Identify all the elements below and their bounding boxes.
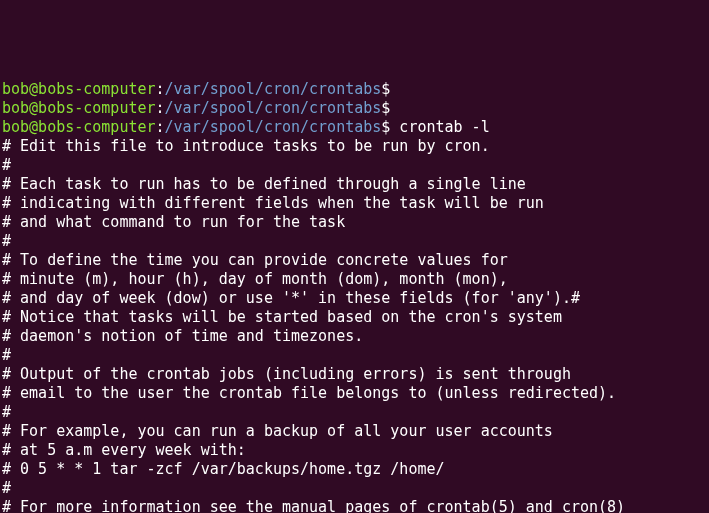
terminal-line: # email to the user the crontab file bel… <box>2 384 707 403</box>
prompt-dollar: $ <box>381 118 390 136</box>
terminal-line: # Notice that tasks will be started base… <box>2 308 707 327</box>
output-text: # daemon's notion of time and timezones. <box>2 327 363 345</box>
output-text: # indicating with different fields when … <box>2 194 544 212</box>
terminal-line: bob@bobs-computer:/var/spool/cron/cronta… <box>2 118 707 137</box>
prompt-dollar: $ <box>381 80 390 98</box>
output-text: # <box>2 479 11 497</box>
terminal-line: # <box>2 346 707 365</box>
prompt-dollar: $ <box>381 99 390 117</box>
output-text: # For example, you can run a backup of a… <box>2 422 553 440</box>
terminal-line: # 0 5 * * 1 tar -zcf /var/backups/home.t… <box>2 460 707 479</box>
output-text: # <box>2 346 11 364</box>
terminal-line: # and day of week (dow) or use '*' in th… <box>2 289 707 308</box>
terminal-line: # <box>2 232 707 251</box>
output-text: # <box>2 232 11 250</box>
terminal-line: bob@bobs-computer:/var/spool/cron/cronta… <box>2 80 707 99</box>
terminal-line: # indicating with different fields when … <box>2 194 707 213</box>
terminal-line: # <box>2 403 707 422</box>
output-text: # Each task to run has to be defined thr… <box>2 175 526 193</box>
output-text: # Output of the crontab jobs (including … <box>2 365 571 383</box>
output-text: # For more information see the manual pa… <box>2 498 625 513</box>
prompt-path: /var/spool/cron/crontabs <box>165 80 382 98</box>
output-text: # at 5 a.m every week with: <box>2 441 246 459</box>
terminal-line: bob@bobs-computer:/var/spool/cron/cronta… <box>2 99 707 118</box>
prompt-path: /var/spool/cron/crontabs <box>165 99 382 117</box>
terminal-line: # For example, you can run a backup of a… <box>2 422 707 441</box>
output-text: # minute (m), hour (h), day of month (do… <box>2 270 508 288</box>
output-text: # and day of week (dow) or use '*' in th… <box>2 289 580 307</box>
terminal-line: # Output of the crontab jobs (including … <box>2 365 707 384</box>
output-text: # <box>2 156 11 174</box>
prompt-separator: : <box>156 99 165 117</box>
terminal-line: # <box>2 156 707 175</box>
output-text: # and what command to run for the task <box>2 213 345 231</box>
terminal-line: # For more information see the manual pa… <box>2 498 707 513</box>
terminal-line: # <box>2 479 707 498</box>
prompt-separator: : <box>156 118 165 136</box>
terminal-line: # minute (m), hour (h), day of month (do… <box>2 270 707 289</box>
output-text: # To define the time you can provide con… <box>2 251 508 269</box>
terminal-line: # Each task to run has to be defined thr… <box>2 175 707 194</box>
command-input: crontab -l <box>390 118 489 136</box>
output-text: # Edit this file to introduce tasks to b… <box>2 137 490 155</box>
terminal-line: # and what command to run for the task <box>2 213 707 232</box>
terminal-line: # To define the time you can provide con… <box>2 251 707 270</box>
prompt-path: /var/spool/cron/crontabs <box>165 118 382 136</box>
terminal-line: # Edit this file to introduce tasks to b… <box>2 137 707 156</box>
prompt-user-host: bob@bobs-computer <box>2 118 156 136</box>
output-text: # 0 5 * * 1 tar -zcf /var/backups/home.t… <box>2 460 445 478</box>
terminal-output[interactable]: bob@bobs-computer:/var/spool/cron/cronta… <box>2 80 707 513</box>
output-text: # Notice that tasks will be started base… <box>2 308 562 326</box>
prompt-user-host: bob@bobs-computer <box>2 80 156 98</box>
output-text: # <box>2 403 11 421</box>
prompt-separator: : <box>156 80 165 98</box>
prompt-user-host: bob@bobs-computer <box>2 99 156 117</box>
output-text: # email to the user the crontab file bel… <box>2 384 616 402</box>
terminal-line: # daemon's notion of time and timezones. <box>2 327 707 346</box>
terminal-line: # at 5 a.m every week with: <box>2 441 707 460</box>
